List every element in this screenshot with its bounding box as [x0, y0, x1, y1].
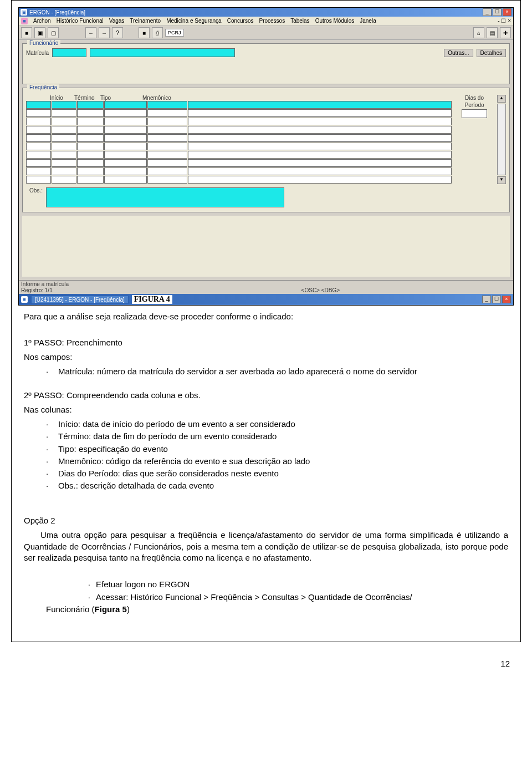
- table-row[interactable]: [26, 167, 452, 175]
- tb-print-button[interactable]: ⎙: [152, 27, 163, 38]
- list-item: · Efetuar logon no ERGON: [57, 579, 508, 590]
- dias-label-2: Período: [455, 102, 494, 108]
- table-row[interactable]: [26, 143, 452, 150]
- outer-titlebar: ▣ ERGON - [Freqüência] _ ☐ ×: [19, 8, 513, 17]
- col-inicio: Início: [50, 95, 74, 101]
- table-row[interactable]: [26, 118, 452, 125]
- bullet-icon: ·: [46, 480, 48, 482]
- window-title-1: ERGON - [Freqüência]: [29, 9, 85, 16]
- bullet-icon: ·: [57, 592, 90, 603]
- table-row[interactable]: [26, 101, 452, 109]
- task-min-button[interactable]: _: [482, 296, 491, 303]
- tb-btn-7[interactable]: ■: [139, 27, 150, 38]
- tb-next-button[interactable]: →: [99, 27, 110, 38]
- close-button[interactable]: ×: [503, 8, 511, 16]
- matricula-input[interactable]: [52, 48, 86, 57]
- opcao2-title: Opção 2: [24, 515, 508, 526]
- list-item: ·Tipo: especificação do evento: [46, 444, 508, 455]
- menu-outros[interactable]: Outros Módulos: [315, 18, 355, 24]
- scrollbar-track[interactable]: [497, 104, 506, 175]
- tb-help-button[interactable]: ?: [112, 27, 123, 38]
- menu-vagas[interactable]: Vagas: [109, 18, 125, 24]
- table-row[interactable]: [26, 109, 452, 117]
- table-row[interactable]: [26, 151, 452, 159]
- step-cont-text: Funcionário (: [46, 604, 95, 614]
- passo2-item-2: Término: data de fim do período de um ev…: [58, 431, 277, 442]
- passo2-item-1: Início: data de início do período de um …: [58, 419, 295, 430]
- funcionario-panel: Funcionário Matrícula Outras... Detalhes: [22, 43, 510, 84]
- toolbar: ■ ▣ ▢ ← → ? ■ ⎙ PCRJ ⌂ ▤ ✚: [19, 26, 513, 40]
- detalhes-button[interactable]: Detalhes: [477, 49, 506, 57]
- tb-btn-1[interactable]: ■: [21, 27, 32, 38]
- frequencia-legend: Freqüência: [27, 84, 59, 90]
- menu-tabelas[interactable]: Tabelas: [290, 18, 309, 24]
- table-row[interactable]: [26, 126, 452, 134]
- list-item: ·Término: data de fim do período de um e…: [46, 431, 508, 442]
- menu-archon[interactable]: Archon: [33, 18, 51, 24]
- status-line-1: Informe a matrícula: [21, 281, 511, 287]
- tb-prev-button[interactable]: ←: [85, 27, 96, 38]
- obs-label: Obs.:: [26, 187, 43, 194]
- step-continuation: Funcionário (Figura 5): [24, 604, 508, 615]
- table-row[interactable]: [26, 176, 452, 184]
- step-1: Efetuar logon no ERGON: [96, 579, 190, 590]
- passo2-item-3: Tipo: especificação do evento: [58, 444, 168, 455]
- page-frame: ▣ ERGON - [Freqüência] _ ☐ × ■ Archon Hi…: [11, 0, 521, 642]
- mdi-icon: ■: [21, 18, 28, 24]
- taskbar-item[interactable]: [U2411395] - ERGON - [Freqüência]: [31, 296, 129, 304]
- statusbar: Informe a matrícula Registro: 1/1 <OSC> …: [19, 280, 513, 294]
- taskbar-icon: ■: [21, 296, 28, 303]
- page-number: 12: [0, 653, 532, 679]
- tb-btn-10[interactable]: ⌂: [473, 27, 484, 38]
- table-row[interactable]: [26, 159, 452, 167]
- bullet-icon: ·: [46, 468, 48, 470]
- tb-btn-12[interactable]: ✚: [500, 27, 511, 38]
- step-2: Acessar: Histórico Funcional > Freqüênci…: [96, 592, 412, 603]
- nome-input[interactable]: [90, 48, 235, 57]
- tb-btn-2[interactable]: ▣: [34, 27, 45, 38]
- menu-treinamento[interactable]: Treinamento: [130, 18, 161, 24]
- taskbar: ■ [U2411395] - ERGON - [Freqüência] FIGU…: [19, 294, 513, 305]
- figura-caption: FIGURA 4: [132, 295, 172, 304]
- bullet-icon: ·: [46, 444, 48, 446]
- minimize-button[interactable]: _: [483, 8, 492, 16]
- tb-btn-11[interactable]: ▤: [487, 27, 498, 38]
- document-body: Para que a análise seja realizada deve-s…: [18, 306, 514, 635]
- task-max-button[interactable]: ☐: [492, 296, 501, 303]
- list-item: ·Início: data de início do período de um…: [46, 419, 508, 430]
- scroll-up-button[interactable]: ▲: [497, 95, 506, 103]
- menu-medicina[interactable]: Medicina e Segurança: [166, 18, 222, 24]
- table-row[interactable]: [26, 134, 452, 142]
- task-close-button[interactable]: ×: [502, 296, 511, 303]
- menubar: ■ Archon Histórico Funcional Vagas Trein…: [19, 17, 513, 26]
- intro-paragraph: Para que a análise seja realizada deve-s…: [24, 311, 508, 322]
- passo1-title: 1º PASSO: Preenchimento: [24, 337, 508, 348]
- menu-janela[interactable]: Janela: [360, 18, 376, 24]
- list-item: ·Dias do Período: dias que serão conside…: [46, 468, 508, 479]
- list-item: ·Obs.: descrição detalhada de cada event…: [46, 480, 508, 491]
- obs-input[interactable]: [46, 187, 284, 207]
- col-tipo: Tipo: [100, 95, 142, 101]
- step-close: ): [127, 604, 130, 614]
- record-counter: Registro: 1/1: [21, 287, 53, 293]
- menu-concursos[interactable]: Concursos: [227, 18, 254, 24]
- status-flags: <OSC> <DBG>: [301, 287, 340, 293]
- funcionario-legend: Funcionário: [27, 40, 60, 46]
- passo2-title: 2º PASSO: Compreendendo cada coluna e ob…: [24, 390, 508, 401]
- menu-processos[interactable]: Processos: [259, 18, 285, 24]
- matricula-label: Matrícula: [26, 50, 49, 56]
- passo2-item-4: Mnemônico: código da referência do event…: [58, 456, 310, 467]
- frequencia-panel: Freqüência Início Término Tipo Mnemônico: [22, 88, 510, 212]
- outras-button[interactable]: Outras...: [444, 49, 473, 57]
- col-termino: Término: [74, 95, 100, 101]
- frequencia-grid: Início Término Tipo Mnemônico: [26, 95, 452, 184]
- dias-input[interactable]: [462, 109, 487, 118]
- menu-historico[interactable]: Histórico Funcional: [57, 18, 104, 24]
- dias-periodo-column: Dias do Período: [455, 95, 494, 184]
- list-item: ·Mnemônico: código da referência do even…: [46, 456, 508, 467]
- mdi-window-controls[interactable]: - ☐ ×: [498, 18, 511, 24]
- scroll-down-button[interactable]: ▼: [497, 176, 506, 184]
- maximize-button[interactable]: ☐: [493, 8, 502, 16]
- tb-btn-3[interactable]: ▢: [48, 27, 59, 38]
- list-item: · Matrícula: número da matrícula do serv…: [46, 366, 508, 377]
